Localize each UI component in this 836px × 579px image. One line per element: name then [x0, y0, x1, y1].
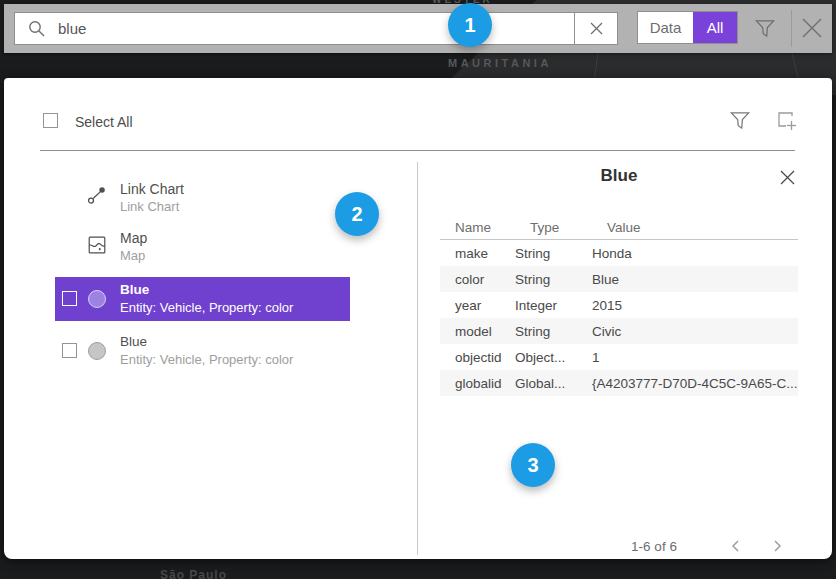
list-item-subtitle: Entity: Vehicle, Property: color [120, 299, 293, 317]
search-box [14, 12, 618, 45]
divider [791, 10, 792, 47]
search-results-panel: Select All Link Chart [4, 78, 832, 559]
column-header-type: Type [530, 220, 559, 235]
cell-name: model [440, 324, 515, 339]
search-input[interactable] [45, 13, 574, 44]
cell-value: {A4203777-D70D-4C5C-9A65-C... [592, 376, 798, 391]
scope-toggle: Data All [637, 11, 738, 44]
attribute-table: make String Honda color String Blue year… [440, 240, 798, 396]
table-row: year Integer 2015 [440, 292, 798, 318]
cell-name: globalid [440, 376, 515, 391]
cell-name: objectid [440, 350, 515, 365]
cell-name: color [440, 272, 515, 287]
callout-badge-3: 3 [511, 443, 555, 487]
detail-title: Blue [440, 166, 798, 186]
map-label-mauritania: MAURITANIA [448, 57, 552, 69]
select-all-label: Select All [75, 114, 133, 130]
table-row: make String Honda [440, 240, 798, 266]
cell-value: Blue [592, 272, 798, 287]
table-row: color String Blue [440, 266, 798, 292]
close-icon[interactable] [779, 167, 799, 187]
row-checkbox[interactable] [62, 343, 77, 358]
cell-value: Civic [592, 324, 798, 339]
table-row: objectid Object... 1 [440, 344, 798, 370]
cell-name: year [440, 298, 515, 313]
link-chart-icon [86, 185, 108, 207]
column-header-name: Name [455, 220, 491, 235]
column-header-value: Value [607, 220, 641, 235]
add-to-selection-icon[interactable] [775, 109, 799, 133]
clear-search-button[interactable] [575, 13, 617, 44]
filter-icon[interactable] [728, 109, 752, 132]
cell-value: 2015 [592, 298, 798, 313]
list-item-title: Map [120, 229, 147, 247]
cell-type: Global... [515, 376, 592, 391]
cell-type: String [515, 324, 592, 339]
map-icon [86, 234, 108, 256]
row-checkbox[interactable] [62, 291, 77, 306]
cell-value: Honda [592, 246, 798, 261]
cell-type: Object... [515, 350, 592, 365]
cell-value: 1 [592, 350, 798, 365]
map-label-sao-paulo: São Paulo [160, 568, 227, 579]
cell-type: String [515, 272, 592, 287]
list-item-title: Blue [120, 281, 149, 299]
callout-badge-2: 2 [335, 192, 379, 236]
callout-badge-1: 1 [448, 3, 492, 47]
close-icon[interactable] [798, 14, 826, 42]
entity-circle-icon [88, 342, 106, 360]
entity-circle-icon [88, 290, 106, 308]
table-row: model String Civic [440, 318, 798, 344]
list-item-title: Link Chart [120, 180, 184, 198]
toggle-data-button[interactable]: Data [638, 12, 693, 43]
cell-name: make [440, 246, 515, 261]
search-icon [28, 20, 45, 37]
list-item-subtitle: Link Chart [120, 198, 179, 216]
toggle-all-button[interactable]: All [693, 12, 737, 43]
chevron-right-icon[interactable] [770, 537, 788, 555]
cell-type: Integer [515, 298, 592, 313]
list-item-title: Blue [120, 333, 147, 351]
list-item-subtitle: Map [120, 247, 145, 265]
app-window: WESTER MAURITANIA São Paulo Data All [0, 0, 836, 579]
cell-type: String [515, 246, 592, 261]
select-all-checkbox[interactable] [43, 113, 58, 128]
header-divider [40, 150, 795, 151]
search-toolbar: Data All [4, 4, 832, 53]
chevron-left-icon[interactable] [729, 537, 747, 555]
list-item-subtitle: Entity: Vehicle, Property: color [120, 351, 293, 369]
list-item-blue[interactable]: Blue Entity: Vehicle, Property: color [55, 329, 350, 373]
list-item-blue-selected[interactable]: Blue Entity: Vehicle, Property: color [55, 277, 350, 321]
table-row: globalid Global... {A4203777-D70D-4C5C-9… [440, 370, 798, 396]
filter-icon[interactable] [753, 17, 777, 40]
panel-divider [417, 162, 418, 555]
pagination-label: 1-6 of 6 [604, 539, 704, 554]
